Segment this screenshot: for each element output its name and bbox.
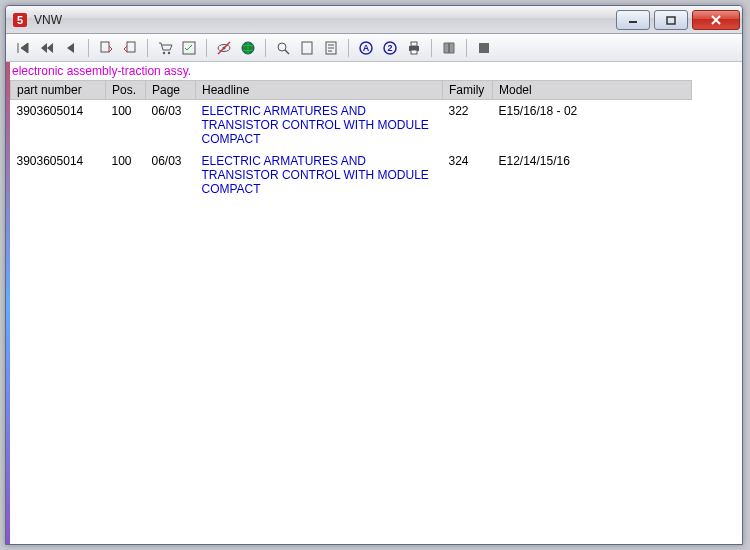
book-button[interactable]	[438, 37, 460, 59]
svg-rect-29	[479, 43, 489, 53]
two-circle-icon: 2	[382, 40, 398, 56]
a-circle-icon: A	[358, 40, 374, 56]
svg-line-13	[218, 42, 230, 54]
globe-icon	[240, 40, 256, 56]
content-area: electronic assembly-traction assy. part …	[6, 62, 742, 544]
svg-point-9	[168, 51, 170, 53]
cell-page: 06/03	[146, 150, 196, 200]
separator	[206, 39, 207, 57]
nav-prev-icon	[63, 40, 79, 56]
close-button[interactable]	[692, 10, 740, 30]
doc-copy-icon	[98, 40, 114, 56]
stop-button[interactable]	[473, 37, 495, 59]
cell-headline[interactable]: ELECTRIC ARMATURES AND TRANSISTOR CONTRO…	[196, 100, 443, 151]
cart-icon	[157, 40, 173, 56]
maximize-icon	[666, 15, 676, 25]
titlebar: 5 VNW	[6, 6, 742, 34]
cell-model: E12/14/15/16	[493, 150, 692, 200]
table-row[interactable]: 3903605014 100 06/03 ELECTRIC ARMATURES …	[11, 150, 692, 200]
zoom-button[interactable]	[272, 37, 294, 59]
a-circle-button[interactable]: A	[355, 37, 377, 59]
cell-model: E15/16/18 - 02	[493, 100, 692, 151]
doc-copy-button[interactable]	[95, 37, 117, 59]
svg-rect-7	[127, 42, 135, 52]
two-circle-button[interactable]: 2	[379, 37, 401, 59]
svg-text:A: A	[363, 43, 370, 53]
toolbar: A 2	[6, 34, 742, 62]
cell-part-number: 3903605014	[11, 150, 106, 200]
zoom-icon	[275, 40, 291, 56]
cell-page: 06/03	[146, 100, 196, 151]
svg-rect-28	[411, 50, 417, 54]
table-row[interactable]: 3903605014 100 06/03 ELECTRIC ARMATURES …	[11, 100, 692, 151]
page-icon	[299, 40, 315, 56]
cell-family: 324	[443, 150, 493, 200]
col-pos[interactable]: Pos.	[106, 81, 146, 100]
cart-button[interactable]	[154, 37, 176, 59]
window-controls	[612, 10, 740, 30]
col-family[interactable]: Family	[443, 81, 493, 100]
eye-off-button[interactable]	[213, 37, 235, 59]
svg-text:2: 2	[387, 43, 392, 53]
separator	[265, 39, 266, 57]
page-text-button[interactable]	[320, 37, 342, 59]
svg-text:5: 5	[17, 14, 23, 26]
maximize-button[interactable]	[654, 10, 688, 30]
app-window: 5 VNW A 2	[5, 5, 743, 545]
print-icon	[406, 40, 422, 56]
svg-rect-27	[411, 42, 417, 46]
minimize-icon	[628, 15, 638, 25]
window-title: VNW	[34, 13, 612, 27]
cell-pos: 100	[106, 100, 146, 151]
page-text-icon	[323, 40, 339, 56]
cell-pos: 100	[106, 150, 146, 200]
separator	[348, 39, 349, 57]
close-icon	[710, 14, 722, 26]
nav-prev-button[interactable]	[60, 37, 82, 59]
checklist-button[interactable]	[178, 37, 200, 59]
print-button[interactable]	[403, 37, 425, 59]
book-icon	[441, 40, 457, 56]
separator	[466, 39, 467, 57]
cell-family: 322	[443, 100, 493, 151]
svg-point-8	[163, 51, 165, 53]
nav-first-button[interactable]	[12, 37, 34, 59]
minimize-button[interactable]	[616, 10, 650, 30]
col-model[interactable]: Model	[493, 81, 692, 100]
col-part-number[interactable]: part number	[11, 81, 106, 100]
eye-off-icon	[216, 40, 232, 56]
svg-rect-17	[302, 42, 312, 54]
separator	[431, 39, 432, 57]
results-table: part number Pos. Page Headline Family Mo…	[10, 80, 692, 200]
nav-rewind-button[interactable]	[36, 37, 58, 59]
page-heading: electronic assembly-traction assy.	[10, 62, 742, 80]
cell-part-number: 3903605014	[11, 100, 106, 151]
nav-first-icon	[15, 40, 31, 56]
globe-button[interactable]	[237, 37, 259, 59]
svg-rect-3	[667, 17, 675, 24]
col-headline[interactable]: Headline	[196, 81, 443, 100]
svg-point-15	[278, 43, 286, 51]
cell-headline[interactable]: ELECTRIC ARMATURES AND TRANSISTOR CONTRO…	[196, 150, 443, 200]
col-page[interactable]: Page	[146, 81, 196, 100]
table-header-row: part number Pos. Page Headline Family Mo…	[11, 81, 692, 100]
svg-rect-6	[101, 42, 109, 52]
separator	[147, 39, 148, 57]
checklist-icon	[181, 40, 197, 56]
svg-line-16	[285, 50, 289, 54]
stop-icon	[476, 40, 492, 56]
doc-move-icon	[122, 40, 138, 56]
app-icon: 5	[12, 12, 28, 28]
separator	[88, 39, 89, 57]
nav-rewind-icon	[39, 40, 55, 56]
doc-move-button[interactable]	[119, 37, 141, 59]
page-button[interactable]	[296, 37, 318, 59]
